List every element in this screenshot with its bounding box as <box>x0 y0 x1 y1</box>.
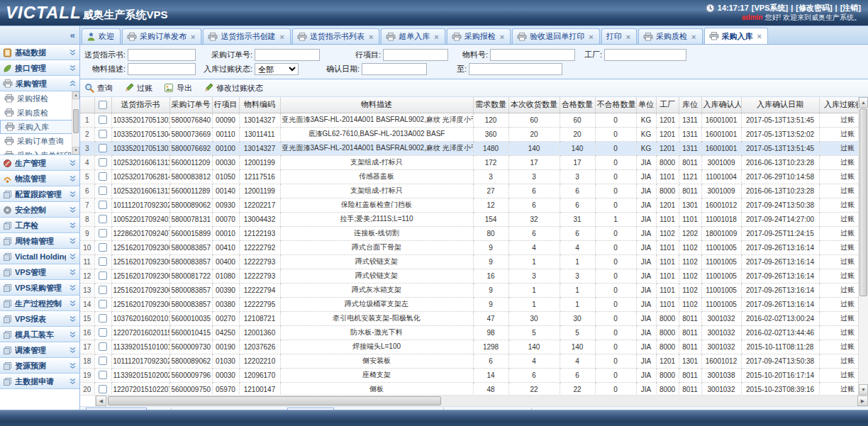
table-row[interactable]: 1312516201709230658000838570039012222794… <box>80 283 868 297</box>
table-row[interactable]: 2012207201510220756000097500597012100147… <box>80 382 868 395</box>
column-header-入库确认日期[interactable]: 入库确认日期 <box>741 97 819 113</box>
vertical-scrollbar[interactable]: ▲ ▼ <box>858 97 868 395</box>
sidebar-group-主数据申请[interactable]: 主数据申请 <box>0 374 79 389</box>
column-header-不合格数量[interactable]: 不合格数量 <box>595 97 636 113</box>
table-row[interactable]: 1612207201602011556000104150425012001360… <box>80 325 868 340</box>
tab-采购入库[interactable]: 采购入库× <box>704 28 768 44</box>
sidebar-group-调漆管理[interactable]: 调漆管理 <box>0 342 79 358</box>
table-row[interactable]: 110335201705130158000768400009013014327亚… <box>80 113 868 127</box>
tab-送货指示书创建[interactable]: 送货指示书创建× <box>203 28 290 44</box>
plant-input[interactable] <box>604 49 686 61</box>
tab-close-icon[interactable]: × <box>191 33 195 41</box>
delivery-note-input[interactable] <box>128 49 196 61</box>
row-checkbox[interactable] <box>99 314 107 323</box>
tab-close-icon[interactable]: × <box>279 33 284 41</box>
sidebar-group-采购管理[interactable]: 采购管理 <box>0 76 79 91</box>
confirm-date-to-input[interactable] <box>469 63 562 75</box>
submenu-scroll-up[interactable]: ▲ <box>72 91 79 99</box>
table-row[interactable]: 810052201709240158000781310007013004432拉… <box>80 212 868 226</box>
column-header-物料编码[interactable]: 物料编码 <box>239 97 280 113</box>
table-row[interactable]: 912286201709240756000158990001012122193连… <box>80 226 868 240</box>
submenu-scrollbar[interactable]: ▲▼ <box>72 91 79 155</box>
row-checkbox[interactable] <box>99 130 107 138</box>
tab-采购订单发布[interactable]: 采购订单发布× <box>122 28 201 44</box>
sidebar-group-接口管理[interactable]: 接口管理 <box>0 60 79 76</box>
table-row[interactable]: 1510376201602010156000100350027012108721… <box>80 311 868 325</box>
tab-采购报检[interactable]: 采购报检× <box>447 28 511 44</box>
row-checkbox[interactable] <box>99 144 107 152</box>
row-checkbox[interactable] <box>99 286 107 294</box>
material-no-input[interactable] <box>490 49 575 61</box>
row-checkbox[interactable] <box>99 357 107 365</box>
sidebar-collapse-button[interactable]: « <box>70 30 75 40</box>
column-header-工厂[interactable]: 工厂 <box>656 97 679 113</box>
sidebar-group-工序检[interactable]: 工序检 <box>0 218 79 233</box>
sidebar-group-生产管理[interactable]: 生产管理 <box>0 155 79 171</box>
horizontal-scroll-thumb[interactable] <box>108 396 441 405</box>
sidebar-item-采购报检[interactable]: 采购报检 <box>0 91 79 106</box>
sidebar-group-生产过程控制[interactable]: 生产过程控制 <box>0 296 79 311</box>
sidebar-group-配置跟踪管理[interactable]: 配置跟踪管理 <box>0 186 79 202</box>
link-change-password[interactable]: [修改密码] <box>796 3 832 13</box>
row-checkbox[interactable] <box>99 229 107 237</box>
tab-close-icon[interactable]: × <box>500 33 504 41</box>
tab-欢迎[interactable]: 欢迎 <box>82 28 121 44</box>
column-header-入库确认人[interactable]: 入库确认人 <box>701 97 741 113</box>
tab-close-icon[interactable]: × <box>691 33 696 41</box>
tab-close-icon[interactable]: × <box>626 33 630 41</box>
tab-close-icon[interactable]: × <box>757 32 762 40</box>
sidebar-group-周转箱管理[interactable]: 周转箱管理 <box>0 233 79 249</box>
scroll-left-arrow[interactable]: ◀ <box>96 396 106 406</box>
table-row[interactable]: 210335201705130458000736690011013011411底… <box>80 127 868 141</box>
sidebar-group-基础数据[interactable]: 基础数据 <box>0 45 79 60</box>
material-desc-input[interactable] <box>128 63 196 75</box>
sidebar-item-采购订单查询[interactable]: 采购订单查询 <box>0 134 79 148</box>
vertical-scroll-thumb[interactable] <box>859 108 867 296</box>
row-checkbox[interactable] <box>99 328 107 337</box>
table-row[interactable]: 1112516201709230658000838570040012222793… <box>80 254 868 269</box>
row-checkbox[interactable] <box>99 243 107 252</box>
row-checkbox[interactable] <box>99 172 107 181</box>
row-checkbox[interactable] <box>99 271 107 280</box>
row-checkbox[interactable] <box>99 300 107 308</box>
scroll-down-arrow[interactable]: ▼ <box>859 384 868 395</box>
sidebar-item-采购入库单打印[interactable]: 采购入库单打印 <box>0 148 79 155</box>
tab-超单入库[interactable]: 超单入库× <box>381 28 445 44</box>
table-row[interactable]: 310335201705130158000766920010013014327亚… <box>80 141 868 155</box>
column-header-合格数量[interactable]: 合格数量 <box>560 97 595 113</box>
tab-采购质检[interactable]: 采购质检× <box>638 28 702 44</box>
horizontal-scrollbar[interactable]: ◀ ▶ <box>80 395 868 406</box>
posting-status-select[interactable]: 全部 <box>255 63 299 75</box>
table-row[interactable]: 710111201709230258000890620093012202217保… <box>80 198 868 212</box>
row-checkbox[interactable] <box>99 371 107 379</box>
post-button[interactable]: 过账 <box>124 83 152 94</box>
submenu-scroll-thumb[interactable] <box>73 109 79 133</box>
link-vps-system[interactable]: [VPS系统] <box>752 3 788 13</box>
table-row[interactable]: 610253201606131156000112890014012001199支… <box>80 184 868 198</box>
column-header-采购订单号[interactable]: 采购订单号 <box>169 97 212 113</box>
sidebar-group-安全控制[interactable]: 安全控制 <box>0 202 79 218</box>
scroll-right-arrow[interactable]: ▶ <box>857 396 868 406</box>
column-header-物料描述[interactable]: 物料描述 <box>280 97 473 113</box>
link-logout[interactable]: [注销] <box>840 3 861 13</box>
submenu-scroll-down[interactable]: ▼ <box>72 147 79 155</box>
sidebar-group-物流管理[interactable]: 物流管理 <box>0 171 79 186</box>
column-header-单位[interactable]: 单位 <box>636 97 656 113</box>
table-row[interactable]: 1911339201510200256000097960003012096170… <box>80 368 868 382</box>
column-header-需求数量[interactable]: 需求数量 <box>473 97 508 113</box>
row-checkbox[interactable] <box>99 158 107 167</box>
table-row[interactable]: 410253201606131156000112090003012001199支… <box>80 155 868 169</box>
query-button[interactable]: 查询 <box>84 83 113 94</box>
sidebar-group-资源预测[interactable]: 资源预测 <box>0 358 79 374</box>
modify-posting-status-button[interactable]: 修改过账状态 <box>204 83 263 94</box>
column-header-本次收货数量[interactable]: 本次收货数量 <box>508 97 560 113</box>
sidebar-group-VPS报表[interactable]: VPS报表 <box>0 311 79 327</box>
scroll-up-arrow[interactable]: ▲ <box>859 97 868 108</box>
select-all-checkbox[interactable] <box>99 101 107 109</box>
row-checkbox[interactable] <box>99 116 107 124</box>
row-checkbox[interactable] <box>99 201 107 209</box>
row-checkbox[interactable] <box>99 215 107 223</box>
column-header-送货指示书[interactable]: 送货指示书 <box>111 97 169 113</box>
tab-验收退回单打印[interactable]: 验收退回单打印× <box>512 28 599 44</box>
column-header-行项目[interactable]: 行项目 <box>212 97 239 113</box>
